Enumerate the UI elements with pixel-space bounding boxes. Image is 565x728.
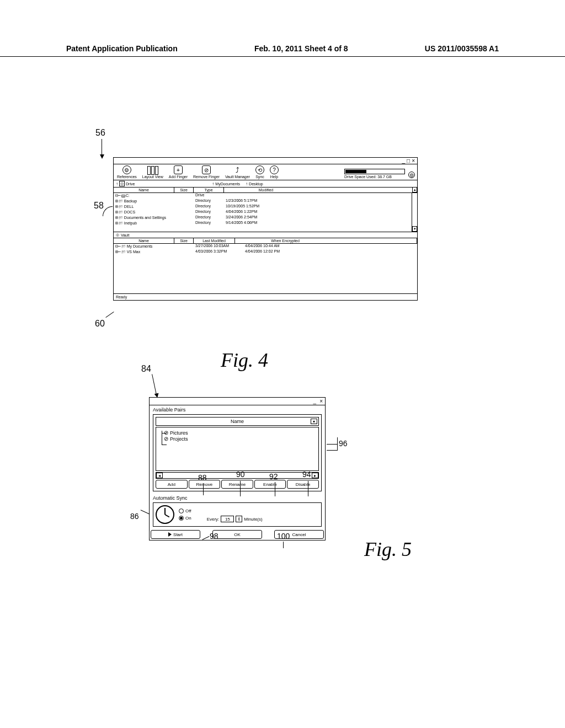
row-name: VS Max	[121, 250, 141, 255]
vcol-we[interactable]: When Encrypted	[235, 238, 417, 243]
scroll-right-icon[interactable]: ▸	[312, 473, 318, 478]
row-lm: 3/27/2006 10:03AM	[195, 244, 245, 249]
add-button[interactable]: Add	[156, 480, 188, 489]
ok-button[interactable]: OK	[212, 530, 262, 539]
radio-off-label: Off	[185, 508, 191, 513]
loc-mydocs[interactable]: MyDocuments	[212, 181, 240, 186]
extra-button[interactable]: ⊚	[408, 172, 415, 179]
help-icon: ?	[270, 165, 279, 174]
scroll-left-icon[interactable]: ◂	[156, 473, 163, 478]
slash-icon: ⊘	[202, 165, 211, 174]
circle-icon: ⊚	[408, 172, 415, 178]
vcol-lm[interactable]: Last Modified	[194, 238, 235, 243]
arrow-84	[152, 374, 157, 394]
vault-header: Vault	[114, 232, 417, 238]
available-pairs-label: Available Pairs	[150, 405, 325, 414]
col-modified[interactable]: Modified	[224, 188, 417, 192]
lead-92	[275, 482, 275, 496]
col-name[interactable]: Name	[114, 188, 174, 192]
loc-drive-label: Drive	[126, 182, 135, 186]
every-label: Every:	[207, 517, 220, 522]
lead-96c	[327, 450, 338, 451]
callout-56: 56	[95, 128, 105, 138]
vcol-size[interactable]: Size	[174, 238, 194, 243]
root-type: Drive	[195, 193, 226, 199]
minimize-icon[interactable]: _	[313, 398, 317, 404]
vault-manager-button[interactable]: ⤴ Vault Manager	[225, 165, 250, 179]
callout-58: 58	[94, 201, 104, 211]
layout-view-button[interactable]: Layout View	[142, 166, 163, 179]
remove-finger-button[interactable]: ⊘ Remove Finger	[193, 165, 220, 179]
dropdown-icon[interactable]: ▾	[311, 419, 317, 424]
loc-desktop[interactable]: Desktop	[246, 181, 263, 186]
toolbar: ⚙ References Layout View + Add Finger ⊘ …	[114, 164, 417, 180]
table-row[interactable]: ⊞DOCSDirectory4/04/2006 1:22PM	[114, 210, 417, 215]
scroll-down-icon[interactable]: ▾	[412, 226, 417, 232]
sync-button[interactable]: ⟲ Sync	[255, 165, 264, 179]
table-row[interactable]: ⊞─VS Max4/03/2006 3:32PM4/04/2006 12:02 …	[114, 249, 417, 255]
interval-input[interactable]: 15	[221, 516, 234, 522]
pair-tree: Pictures Projects	[156, 427, 319, 471]
arrow-56	[102, 139, 102, 156]
plus-icon: +	[174, 165, 183, 174]
scroll-up-icon[interactable]: ▴	[412, 187, 417, 192]
location-bar: ◎Drive MyDocuments Desktop	[114, 180, 417, 188]
row-name: My Documents	[121, 244, 153, 249]
table-row[interactable]: ⊟─My Documents3/27/2006 10:03AM4/04/2006…	[114, 244, 417, 249]
disable-button[interactable]: Disable	[287, 480, 319, 489]
row-mod: 4/04/2006 1:22PM	[226, 210, 292, 215]
row-name: Backup	[119, 199, 137, 204]
callout-94: 94	[302, 470, 311, 479]
add-finger-button[interactable]: + Add Finger	[169, 165, 188, 179]
start-button[interactable]: Start	[151, 530, 200, 539]
callout-86: 86	[130, 512, 139, 521]
tree-root[interactable]: ⊟─🖴C: Drive	[114, 193, 417, 199]
col-type[interactable]: Type	[194, 188, 224, 192]
references-button[interactable]: ⚙ References	[117, 165, 137, 179]
close-icon[interactable]: ×	[319, 398, 323, 404]
titlebar: _ ×	[150, 398, 325, 405]
rename-button[interactable]: Rename	[221, 480, 253, 489]
radio-off[interactable]: Off	[179, 508, 191, 513]
enable-button[interactable]: Enable	[254, 480, 286, 489]
tree-item-projects[interactable]: Projects	[164, 436, 315, 442]
row-mod: 10/19/2005 1:52PM	[226, 204, 292, 210]
fig4-label: Fig. 4	[221, 349, 268, 372]
scrollbar[interactable]: ▴▾	[412, 193, 417, 232]
lead-96b	[337, 437, 338, 451]
table-row[interactable]: ⊞BackupDirectory1/23/2006 5:17PM	[114, 199, 417, 204]
callout-100: 100	[277, 532, 290, 540]
callout-88: 88	[198, 473, 207, 482]
pub-label: Patent Application Publication	[66, 44, 178, 53]
pub-number: US 2011/0035598 A1	[425, 44, 499, 53]
help-button[interactable]: ? Help	[270, 165, 279, 179]
col-size[interactable]: Size	[174, 188, 194, 192]
drive-usage: Drive Space Used: 38.7 GB	[344, 169, 405, 179]
vault-manager-label: Vault Manager	[225, 175, 250, 179]
unit-label: Minute(s)	[244, 517, 262, 522]
minimize-icon[interactable]: _	[402, 158, 406, 164]
play-icon	[168, 532, 172, 537]
table-row[interactable]: ⊞DELLDirectory10/19/2005 1:52PM	[114, 204, 417, 210]
close-icon[interactable]: ×	[412, 158, 415, 164]
spinner-icon[interactable]: ⇕	[236, 516, 242, 522]
name-header[interactable]: Name ▾	[156, 417, 319, 426]
remove-finger-label: Remove Finger	[193, 175, 220, 179]
radio-on-label: On	[185, 516, 191, 521]
maximize-icon[interactable]: □	[407, 158, 410, 164]
loc-drive[interactable]: ◎Drive	[116, 181, 135, 186]
row-we: 4/04/2006 12:02 PM	[245, 249, 311, 255]
date-sheet: Feb. 10, 2011 Sheet 4 of 8	[254, 44, 348, 53]
vault-manager-window: _ □ × ⚙ References Layout View + Add Fin…	[113, 157, 418, 301]
table-row[interactable]: ⊞Documents and SettingsDirectory3/24/200…	[114, 215, 417, 221]
radio-on[interactable]: On	[179, 516, 191, 521]
vcol-name[interactable]: Name	[114, 238, 174, 243]
loc-mydocs-label: MyDocuments	[215, 182, 240, 186]
callout-92: 92	[269, 472, 278, 481]
layout-view-label: Layout View	[142, 175, 163, 179]
drive-columns: Name Size Type Modified	[114, 188, 417, 193]
tree-item-pictures[interactable]: Pictures	[164, 430, 315, 436]
table-row[interactable]: ⊞InetpubDirectory9/14/2005 4:06PM	[114, 221, 417, 226]
lead-100	[283, 542, 284, 548]
clock-icon	[156, 505, 174, 524]
